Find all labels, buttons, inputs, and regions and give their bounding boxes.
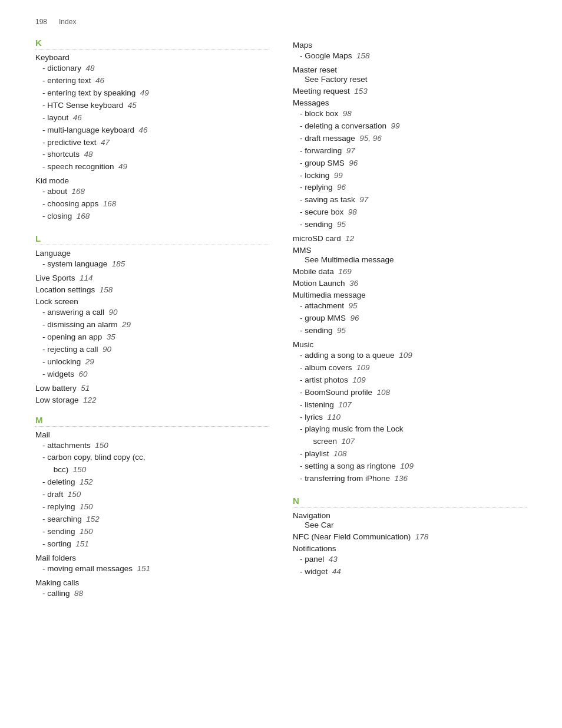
entry-title: Kid mode	[35, 176, 269, 185]
index-entry: Live Sports 114	[35, 274, 269, 282]
sub-entry: - attachment 95	[293, 300, 527, 312]
sub-entry: - entering text 46	[35, 75, 269, 87]
page-number: 198	[35, 18, 47, 26]
section-letter-l: L	[35, 233, 269, 245]
sub-entry: - block box 98	[293, 108, 527, 120]
entry-title: MMS	[293, 246, 527, 255]
sub-entry: - searching 152	[35, 513, 269, 526]
sub-entry: - entering text by speaking 49	[35, 87, 269, 100]
entry-title: Messages	[293, 98, 527, 107]
sub-entry: - HTC Sense keyboard 45	[35, 100, 269, 112]
index-entry: Mail- attachments 150- carbon copy, blin…	[35, 430, 269, 551]
entry-title: Mobile data 169	[293, 267, 527, 276]
sub-entry: - sending 150	[35, 526, 269, 538]
section-title: Index	[59, 18, 76, 26]
sub-entry: - album covers 109	[293, 362, 527, 374]
sub-entry: - panel 43	[293, 554, 527, 566]
index-entry: Location settings 158	[35, 285, 269, 294]
sub-entry: - setting a song as ringtone 109	[293, 460, 527, 473]
sub-entry: - group SMS 96	[293, 157, 527, 170]
sub-entry: - moving email messages 151	[35, 563, 269, 575]
sub-entry: - choosing apps 168	[35, 198, 269, 210]
sub-entry: - listening 107	[293, 399, 527, 411]
right-column: Maps- Google Maps 158Master resetSee Fac…	[293, 38, 527, 601]
sub-entry: - transferring from iPhone 136	[293, 473, 527, 485]
sub-entry: - closing 168	[35, 210, 269, 223]
entry-title: Language	[35, 249, 269, 258]
sub-entry: - layout 46	[35, 112, 269, 124]
sub-entry: - forwarding 97	[293, 145, 527, 157]
entry-title: NFC (Near Field Communication) 178	[293, 532, 527, 541]
entry-title: Making calls	[35, 578, 269, 587]
index-columns: KKeyboard- dictionary 48- entering text …	[35, 38, 527, 601]
index-entry: NavigationSee Car	[293, 511, 527, 529]
sub-entry: - locking 99	[293, 170, 527, 182]
index-entry: Music- adding a song to a queue 109- alb…	[293, 340, 527, 485]
sub-entry: - lyrics 110	[293, 411, 527, 424]
section-letter-k: K	[35, 38, 269, 50]
entry-title: Meeting request 153	[293, 87, 527, 95]
entry-title: Low battery 51	[35, 384, 269, 393]
entry-title: Live Sports 114	[35, 274, 269, 282]
section-letter-n: N	[293, 496, 527, 508]
sub-entry: - sorting 151	[35, 538, 269, 551]
sub-entry: - draft 150	[35, 489, 269, 501]
sub-entry: - group MMS 96	[293, 312, 527, 325]
index-entry: Master resetSee Factory reset	[293, 65, 527, 84]
entry-title: Maps	[293, 41, 527, 50]
entry-title: Master reset	[293, 65, 527, 74]
sub-entry: - widgets 60	[35, 368, 269, 381]
index-entry: Mobile data 169	[293, 267, 527, 276]
index-entry: Meeting request 153	[293, 87, 527, 95]
entry-title: Navigation	[293, 511, 527, 520]
entry-title: Multimedia message	[293, 291, 527, 299]
sub-entry: - adding a song to a queue 109	[293, 350, 527, 362]
sub-entry: - secure box 98	[293, 206, 527, 219]
sub-entry: - sending 95	[293, 219, 527, 231]
sub-entry: - multi-language keyboard 46	[35, 124, 269, 137]
see-reference: See Car	[293, 521, 527, 529]
index-entry: NFC (Near Field Communication) 178	[293, 532, 527, 541]
sub-entry: - dictionary 48	[35, 62, 269, 75]
entry-title: Low storage 122	[35, 396, 269, 404]
see-reference: See Multimedia message	[293, 255, 527, 264]
entry-title: Motion Launch 36	[293, 279, 527, 288]
entry-title: microSD card 12	[293, 234, 527, 243]
index-entry: Multimedia message- attachment 95- group…	[293, 291, 527, 337]
index-entry: Kid mode- about 168- choosing apps 168- …	[35, 176, 269, 223]
see-reference: See Factory reset	[293, 75, 527, 84]
entry-title: Music	[293, 340, 527, 349]
entry-title: Mail	[35, 430, 269, 439]
sub-entry: - shortcuts 48	[35, 149, 269, 161]
sub-entry: - answering a call 90	[35, 307, 269, 319]
index-entry: MMSSee Multimedia message	[293, 246, 527, 264]
sub-entry: - opening an app 35	[35, 331, 269, 344]
index-entry: Messages- block box 98- deleting a conve…	[293, 98, 527, 231]
entry-title: Notifications	[293, 544, 527, 553]
left-column: KKeyboard- dictionary 48- entering text …	[35, 38, 269, 601]
index-entry: Lock screen- answering a call 90- dismis…	[35, 297, 269, 381]
sub-entry: - BoomSound profile 108	[293, 387, 527, 399]
index-entry: microSD card 12	[293, 234, 527, 243]
sub-entry: - draft message 95, 96	[293, 133, 527, 145]
sub-entry: - calling 88	[35, 588, 269, 600]
index-entry: Keyboard- dictionary 48- entering text 4…	[35, 53, 269, 173]
index-entry: Motion Launch 36	[293, 279, 527, 288]
index-entry: Low battery 51	[35, 384, 269, 393]
entry-title: Location settings 158	[35, 285, 269, 294]
sub-entry: - speech recognition 49	[35, 161, 269, 173]
sub-entry: - playlist 108	[293, 448, 527, 460]
sub-entry: - playing music from the Lock screen 107	[293, 423, 527, 448]
entry-title: Mail folders	[35, 554, 269, 562]
index-entry: Notifications- panel 43- widget 44	[293, 544, 527, 578]
sub-entry: - predictive text 47	[35, 137, 269, 149]
entry-title: Keyboard	[35, 53, 269, 62]
sub-entry: - dismissing an alarm 29	[35, 319, 269, 331]
sub-entry: - sending 95	[293, 325, 527, 337]
index-entry: Making calls- calling 88	[35, 578, 269, 600]
index-entry: Mail folders- moving email messages 151	[35, 554, 269, 575]
section-letter-m: M	[35, 415, 269, 427]
sub-entry: - about 168	[35, 186, 269, 198]
page-header: 198 Index	[35, 18, 527, 26]
index-entry: Maps- Google Maps 158	[293, 41, 527, 62]
